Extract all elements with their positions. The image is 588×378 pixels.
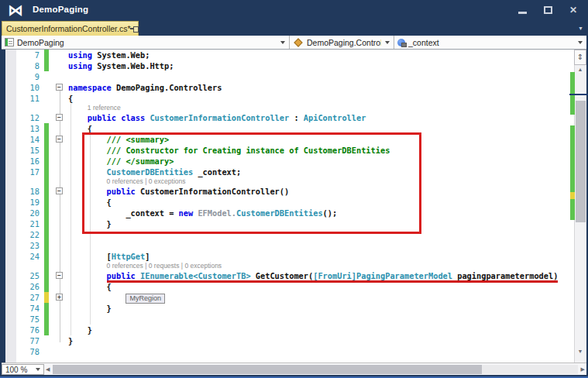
line-number: 25 <box>5 270 40 281</box>
scroll-down-icon[interactable]: ▼ <box>574 349 586 354</box>
member-dropdown-label: _context <box>408 38 439 47</box>
type-dropdown[interactable]: DemoPaging.Controllers.CustomerInformati… <box>290 36 394 49</box>
code-line[interactable]: 25− public IEnumerable<CustomerTB> GetCu… <box>5 270 574 281</box>
scroll-right-icon[interactable]: ▶ <box>581 366 585 373</box>
line-number: 19 <box>5 197 40 208</box>
code-text: using System.Web; <box>68 50 150 60</box>
project-dropdown-label: DemoPaging <box>17 38 64 47</box>
title-bar: ⋈ DemoPaging ✕ <box>0 0 588 21</box>
code-text: [HttpGet] <box>68 251 150 262</box>
change-bar <box>44 145 49 156</box>
line-number: 20 <box>5 208 40 218</box>
change-mark-yellow <box>570 192 575 199</box>
line-number: 23 <box>5 240 40 251</box>
zoom-level: 100 % <box>2 366 36 374</box>
chevron-down-icon <box>36 368 40 371</box>
change-bar <box>44 292 49 303</box>
window-bottom-border <box>0 375 588 378</box>
project-icon <box>5 38 14 46</box>
chevron-down-icon <box>385 41 390 44</box>
codelens-row[interactable]: 0 references | 0 requests | 0 exceptions <box>5 262 574 270</box>
editor[interactable]: 7using System.Web;8using System.Web.Http… <box>5 50 574 363</box>
chevron-down-icon <box>280 41 285 44</box>
member-dropdown[interactable]: _context <box>394 36 586 49</box>
line-number: 24 <box>5 251 40 262</box>
scroll-up-icon[interactable]: ▲ <box>574 67 586 72</box>
line-number: 75 <box>5 314 40 325</box>
code-line[interactable]: 24 [HttpGet] <box>5 251 574 262</box>
change-bar <box>44 134 49 145</box>
window-title: DemoPaging <box>33 5 88 14</box>
code-text: namespace DemoPaging.Controllers <box>68 82 222 93</box>
horizontal-scrollbar-thumb[interactable] <box>53 365 482 374</box>
change-bar <box>44 251 49 262</box>
scroll-left-icon[interactable]: ◀ <box>46 366 50 373</box>
fold-collapse-icon[interactable]: − <box>56 187 63 194</box>
tab-list-dropdown-icon[interactable]: ▼ <box>578 26 583 31</box>
fold-collapse-icon[interactable]: − <box>56 136 63 143</box>
change-bar <box>44 240 49 251</box>
line-number: 7 <box>5 50 40 60</box>
code-line[interactable]: 8using System.Web.Http; <box>5 60 574 71</box>
code-line[interactable]: 76 } <box>5 325 574 335</box>
line-number: 8 <box>5 60 40 71</box>
fold-collapse-icon[interactable]: − <box>56 114 63 121</box>
visual-studio-logo-icon: ⋈ <box>8 1 23 19</box>
fold-collapse-icon[interactable]: − <box>56 84 63 91</box>
code-line[interactable]: 75 <box>5 314 574 325</box>
code-line[interactable]: 11{ <box>5 93 574 104</box>
code-line[interactable]: 27+ MyRegion <box>5 292 574 303</box>
change-bar <box>44 314 49 325</box>
line-number: 13 <box>5 123 40 134</box>
code-line[interactable]: 9 <box>5 71 574 82</box>
line-number: 17 <box>5 167 40 177</box>
tab-customerinformationcontroller[interactable]: CustomerInformationController.cs* ✕ <box>2 21 139 36</box>
change-mark-green <box>570 125 575 192</box>
line-number: 22 <box>5 229 40 240</box>
maximize-button[interactable] <box>544 6 552 14</box>
zoom-control[interactable]: 100 % <box>2 364 44 375</box>
field-icon <box>397 39 405 46</box>
change-bar <box>44 60 49 71</box>
line-number: 11 <box>5 93 40 104</box>
project-dropdown[interactable]: DemoPaging <box>2 36 290 49</box>
code-line[interactable]: 7using System.Web; <box>5 50 574 60</box>
code-text: { <box>68 93 73 104</box>
codelens-text[interactable]: 1 reference <box>68 104 121 112</box>
code-line[interactable]: 77} <box>5 335 574 346</box>
minimize-button[interactable] <box>518 12 527 14</box>
code-line[interactable]: 12− public class CustomerInformationCont… <box>5 112 574 123</box>
type-dropdown-label: DemoPaging.Controllers.CustomerInformati… <box>307 38 381 47</box>
fold-expand-icon[interactable]: + <box>56 294 63 301</box>
change-bar <box>44 123 49 134</box>
class-icon <box>294 38 302 46</box>
code-text: using System.Web.Http; <box>68 60 174 71</box>
code-text: MyRegion <box>68 292 165 303</box>
annotation-red-box <box>82 132 421 234</box>
change-bar <box>44 50 49 60</box>
line-number: 21 <box>5 218 40 229</box>
line-number: 26 <box>5 281 40 292</box>
code-line[interactable]: 23 <box>5 240 574 251</box>
code-text: public class CustomerInformationControll… <box>68 112 366 123</box>
tab-strip: CustomerInformationController.cs* ✕ ▼ <box>0 21 588 36</box>
vertical-scrollbar-thumb[interactable] <box>576 101 586 222</box>
code-line[interactable]: 10−namespace DemoPaging.Controllers <box>5 82 574 93</box>
line-number: 9 <box>5 71 40 82</box>
change-mark-green <box>570 199 575 220</box>
close-button[interactable]: ✕ <box>569 6 577 14</box>
code-line[interactable]: 26 { <box>5 281 574 292</box>
change-bar <box>44 186 49 197</box>
horizontal-scrollbar[interactable] <box>53 365 578 374</box>
code-line[interactable]: 74 } <box>5 303 574 314</box>
fold-collapse-icon[interactable]: − <box>56 272 63 279</box>
split-window-handle[interactable]: ⇕ <box>574 50 586 65</box>
codelens-row[interactable]: 1 reference <box>5 104 574 112</box>
codelens-text[interactable]: 0 references | 0 requests | 0 exceptions <box>68 262 222 270</box>
change-bar <box>44 208 49 218</box>
line-number: 78 <box>5 346 40 357</box>
change-bar <box>44 177 49 186</box>
code-line[interactable]: 78 <box>5 346 574 357</box>
caret-position-mark <box>569 94 588 95</box>
change-bar <box>44 303 49 314</box>
